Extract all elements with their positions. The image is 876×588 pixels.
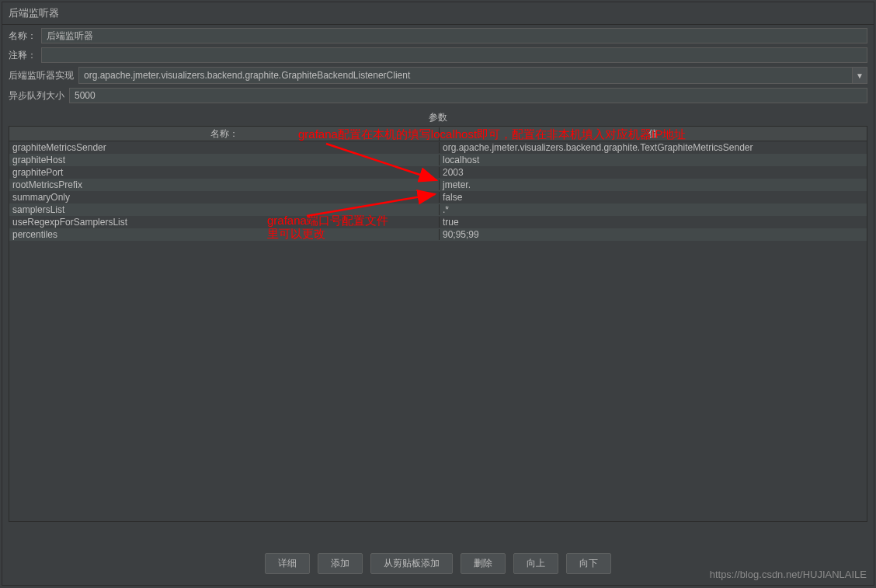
table-row[interactable]: samplersList.* xyxy=(9,204,867,216)
down-button[interactable]: 向下 xyxy=(566,553,611,574)
column-header-name[interactable]: 名称： xyxy=(9,127,440,141)
up-button[interactable]: 向上 xyxy=(513,553,558,574)
name-input[interactable] xyxy=(41,28,867,43)
cell-value[interactable]: org.apache.jmeter.visualizers.backend.gr… xyxy=(440,142,867,153)
name-row: 名称： xyxy=(9,28,867,43)
cell-value[interactable]: false xyxy=(440,192,867,203)
cell-value[interactable]: .* xyxy=(440,204,867,215)
cell-value[interactable]: 2003 xyxy=(440,167,867,178)
comment-label: 注释： xyxy=(9,49,36,62)
cell-value[interactable]: true xyxy=(440,217,867,228)
cell-name[interactable]: graphitePort xyxy=(9,167,440,178)
add-button[interactable]: 添加 xyxy=(318,553,363,574)
queue-label: 异步队列大小 xyxy=(9,89,64,103)
cell-name[interactable]: percentiles xyxy=(9,229,440,240)
cell-name[interactable]: graphiteMetricsSender xyxy=(9,142,440,153)
queue-row: 异步队列大小 xyxy=(9,88,867,103)
add-from-clipboard-button[interactable]: 从剪贴板添加 xyxy=(370,553,453,574)
implementation-input[interactable] xyxy=(78,67,852,84)
table-row[interactable]: percentiles90;95;99 xyxy=(9,228,867,241)
comment-row: 注释： xyxy=(9,47,867,63)
queue-input[interactable] xyxy=(69,88,867,103)
table-row[interactable]: graphitePort2003 xyxy=(9,166,867,179)
implementation-label: 后端监听器实现 xyxy=(9,69,74,82)
backend-listener-panel: 后端监听器 名称： 注释： 后端监听器实现 ▼ 异步队列大小 参数 名称： xyxy=(2,2,874,586)
implementation-row: 后端监听器实现 ▼ xyxy=(9,67,867,84)
cell-name[interactable]: samplersList xyxy=(9,204,440,215)
table-row[interactable]: useRegexpForSamplersListtrue xyxy=(9,216,867,228)
table-row[interactable]: rootMetricsPrefixjmeter. xyxy=(9,179,867,191)
comment-input[interactable] xyxy=(41,47,867,63)
parameters-table-body[interactable]: graphiteMetricsSenderorg.apache.jmeter.v… xyxy=(9,141,867,522)
table-row[interactable]: graphiteHostlocalhost xyxy=(9,154,867,166)
table-row[interactable]: summaryOnlyfalse xyxy=(9,191,867,204)
delete-button[interactable]: 删除 xyxy=(461,553,506,574)
implementation-dropdown-button[interactable]: ▼ xyxy=(852,67,867,84)
cell-value[interactable]: 90;95;99 xyxy=(440,229,867,240)
column-header-value[interactable]: 值 xyxy=(440,127,867,141)
chevron-down-icon: ▼ xyxy=(856,71,864,80)
watermark: https://blog.csdn.net/HUJIANLAILE xyxy=(710,569,867,580)
cell-value[interactable]: jmeter. xyxy=(440,179,867,190)
panel-title: 后端监听器 xyxy=(2,2,874,25)
cell-name[interactable]: summaryOnly xyxy=(9,192,440,203)
cell-name[interactable]: useRegexpForSamplersList xyxy=(9,217,440,228)
cell-name[interactable]: graphiteHost xyxy=(9,155,440,165)
cell-name[interactable]: rootMetricsPrefix xyxy=(9,179,440,190)
implementation-combo[interactable]: ▼ xyxy=(78,67,867,84)
parameters-section-label: 参数 xyxy=(9,111,867,124)
table-row[interactable]: graphiteMetricsSenderorg.apache.jmeter.v… xyxy=(9,141,867,154)
table-header: 名称： 值 xyxy=(9,126,867,141)
cell-value[interactable]: localhost xyxy=(440,155,867,165)
name-label: 名称： xyxy=(9,30,36,43)
form-area: 名称： 注释： 后端监听器实现 ▼ 异步队列大小 参数 名称： 值 graph xyxy=(2,25,874,528)
detail-button[interactable]: 详细 xyxy=(265,553,310,574)
